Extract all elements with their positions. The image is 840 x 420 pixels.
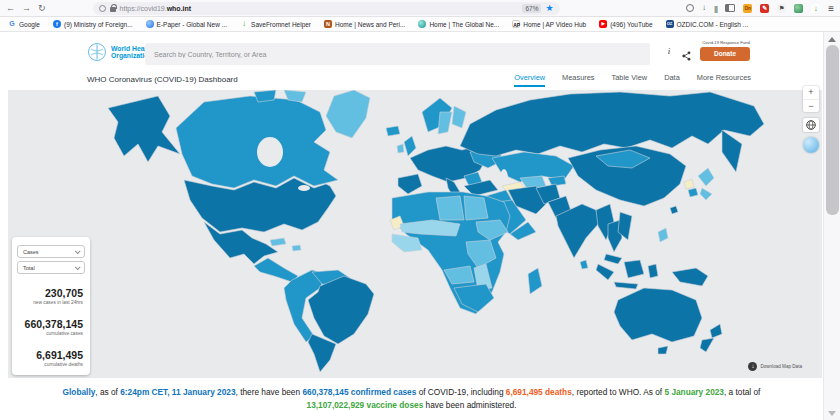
map-globe-view-button[interactable] bbox=[803, 137, 819, 153]
search-input[interactable] bbox=[145, 43, 650, 65]
address-bar[interactable]: https://covid19.who.int 67% ★ bbox=[93, 2, 560, 15]
map-region-canada[interactable] bbox=[176, 96, 338, 188]
map-region-libya[interactable] bbox=[436, 196, 464, 220]
download-label: Download Map Data bbox=[760, 364, 802, 369]
world-map[interactable]: + − Cases Total 230,705new cases i bbox=[8, 90, 822, 378]
summary-segment: of COVID-19, including bbox=[416, 387, 505, 397]
downloads-icon[interactable]: ↓ bbox=[702, 3, 706, 13]
stat-label: cumulative cases bbox=[12, 331, 83, 336]
stat-item: 230,705new cases in last 24hrs bbox=[12, 287, 90, 305]
bookmark-label: OZDIC.COM - English ... bbox=[677, 21, 749, 28]
stat-value: 6,691,495 bbox=[12, 349, 83, 361]
tracking-shield-icon[interactable] bbox=[99, 5, 106, 12]
library-icon[interactable]: ||| bbox=[714, 4, 717, 13]
lock-icon[interactable] bbox=[110, 7, 116, 12]
summary-link-segment[interactable]: 660,378,145 confirmed cases bbox=[302, 387, 416, 397]
bookmark-star-icon[interactable]: ★ bbox=[545, 4, 553, 13]
tab-table-view[interactable]: Table View bbox=[612, 73, 648, 87]
tab-more-resources[interactable]: More Resources bbox=[697, 73, 751, 87]
stat-label: new cases in last 24hrs bbox=[12, 300, 83, 305]
bookmark-item[interactable]: Home | The Global Ne... bbox=[418, 20, 499, 28]
caspian-sea bbox=[500, 169, 508, 187]
bookmark-label: (9) Ministry of Foreign... bbox=[64, 21, 133, 28]
stat-item: 660,378,145cumulative cases bbox=[12, 318, 90, 336]
scroll-up-icon[interactable] bbox=[828, 37, 836, 42]
map-region-south-korea[interactable] bbox=[688, 188, 698, 197]
map-region-arctic-islands[interactable] bbox=[254, 90, 276, 102]
extension-on-icon[interactable]: On bbox=[743, 4, 752, 13]
summary-deaths-segment[interactable]: 6,691,495 deaths bbox=[506, 387, 572, 397]
scroll-down-icon[interactable] bbox=[828, 411, 836, 416]
extension-globe-icon[interactable] bbox=[794, 4, 803, 13]
reload-icon[interactable]: ↻ bbox=[38, 4, 46, 13]
metric-select-value: Cases bbox=[23, 249, 39, 255]
globe-wire-icon bbox=[806, 120, 816, 130]
bookmark-item[interactable]: GGoogle bbox=[8, 20, 40, 28]
map-zoom-out-button[interactable]: − bbox=[803, 99, 819, 112]
site-header: World Health Organization i Covid-19 Res… bbox=[0, 40, 823, 68]
info-icon[interactable]: i bbox=[662, 46, 676, 56]
pocket-icon[interactable] bbox=[686, 4, 694, 12]
metric-select[interactable]: Cases bbox=[17, 245, 85, 258]
share-icon[interactable] bbox=[682, 47, 691, 65]
facebook-icon: f bbox=[53, 20, 61, 28]
stats-panel: Cases Total 230,705new cases in last 24h… bbox=[12, 237, 90, 375]
bookmark-item[interactable]: ↓SaveFromnet Helper bbox=[240, 20, 311, 28]
map-region-sulawesi[interactable] bbox=[648, 264, 658, 278]
scrollbar-thumb[interactable] bbox=[826, 45, 839, 215]
extension-flag-icon[interactable]: ⚑ bbox=[777, 4, 786, 13]
bookmark-item[interactable]: ▶(496) YouTube bbox=[599, 20, 652, 28]
download-map-data[interactable]: ↓ Download Map Data bbox=[748, 362, 802, 371]
tab-measures[interactable]: Measures bbox=[562, 73, 594, 87]
bookmark-label: (496) YouTube bbox=[610, 21, 652, 28]
menu-icon[interactable]: ≡ bbox=[828, 3, 834, 14]
summary-vaccine-segment[interactable]: 13,107,022,929 vaccine doses bbox=[307, 400, 424, 410]
bookmark-label: Google bbox=[19, 21, 40, 28]
summary-vaccine-segment[interactable]: 5 January 2023 bbox=[664, 387, 724, 397]
bookmark-item[interactable]: APHome | AP Video Hub bbox=[512, 20, 586, 28]
ozdic-icon: OZ bbox=[666, 20, 674, 28]
forward-icon[interactable]: → bbox=[22, 4, 31, 13]
bookmark-label: Home | The Global Ne... bbox=[429, 21, 499, 28]
summary-segment: , a total of bbox=[724, 387, 760, 397]
summary-segment: , as of bbox=[95, 387, 120, 397]
bookmark-item[interactable]: NHome | News and Peri... bbox=[324, 20, 405, 28]
url-text[interactable]: https://covid19.who.int bbox=[120, 5, 192, 12]
page-zoom-indicator[interactable]: 67% bbox=[522, 4, 541, 13]
map-controls: + − bbox=[803, 86, 819, 153]
stat-value: 660,378,145 bbox=[12, 318, 83, 330]
chevron-down-icon bbox=[75, 248, 81, 254]
choropleth-map[interactable] bbox=[8, 90, 822, 378]
summary-link-segment[interactable]: 6:24pm CET, 11 January 2023 bbox=[120, 387, 235, 397]
ap-icon: AP bbox=[512, 20, 520, 28]
extension-screenshot-icon[interactable]: ✎ bbox=[760, 4, 769, 13]
summary-link-segment[interactable]: Globally bbox=[63, 387, 96, 397]
who-logo[interactable]: World Health Organization bbox=[87, 42, 153, 62]
bookmark-item[interactable]: E-Paper - Global New ... bbox=[146, 20, 227, 28]
map-region-iceland[interactable] bbox=[386, 126, 400, 136]
page-scrollbar[interactable] bbox=[823, 32, 840, 420]
bookmark-item[interactable]: OZOZDIC.COM - English ... bbox=[666, 20, 749, 28]
bookmarks-bar: GGooglef(9) Ministry of Foreign...E-Pape… bbox=[0, 17, 840, 32]
tab-overview[interactable]: Overview bbox=[514, 73, 545, 87]
map-region-hispaniola[interactable] bbox=[292, 245, 301, 251]
period-select-value: Total bbox=[23, 265, 35, 271]
extension-savefrom-icon[interactable]: ↓ bbox=[811, 4, 820, 13]
bookmark-label: SaveFromnet Helper bbox=[251, 21, 311, 28]
back-icon[interactable]: ← bbox=[6, 4, 15, 13]
globe-green-icon bbox=[418, 20, 426, 28]
map-projection-button[interactable] bbox=[803, 118, 819, 132]
url-prefix: https://covid19. bbox=[120, 5, 167, 12]
map-region-ireland[interactable] bbox=[397, 144, 404, 153]
map-region-egypt[interactable] bbox=[464, 196, 488, 220]
map-zoom-in-button[interactable]: + bbox=[803, 86, 819, 99]
bookmark-item[interactable]: f(9) Ministry of Foreign... bbox=[53, 20, 133, 28]
hudson-bay bbox=[257, 137, 283, 167]
summary-text: Globally, as of 6:24pm CET, 11 January 2… bbox=[0, 378, 823, 412]
summary-segment: have been administered. bbox=[423, 400, 516, 410]
tab-data[interactable]: Data bbox=[664, 73, 680, 87]
page-title: WHO Coronavirus (COVID-19) Dashboard bbox=[87, 75, 238, 84]
period-select[interactable]: Total bbox=[17, 261, 85, 274]
sidebar-icon[interactable] bbox=[725, 4, 735, 12]
donate-button[interactable]: Donate bbox=[700, 47, 750, 61]
